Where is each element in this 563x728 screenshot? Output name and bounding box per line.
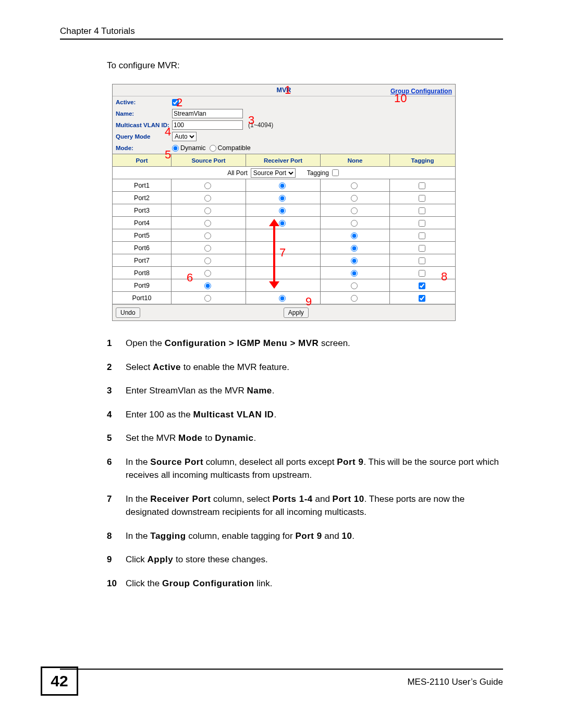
source-port-radio[interactable] bbox=[204, 220, 211, 227]
query-mode-select[interactable]: Auto bbox=[172, 132, 197, 141]
port-name: Port2 bbox=[113, 192, 172, 204]
receiver-port-radio[interactable] bbox=[279, 220, 286, 227]
table-row: Port5 bbox=[113, 229, 455, 242]
table-row: Port1 bbox=[113, 179, 455, 192]
step-number: 3 bbox=[107, 384, 126, 398]
ports-table: Port Source Port Receiver Port None Tagg… bbox=[113, 154, 455, 304]
step-number: 10 bbox=[107, 577, 126, 590]
none-radio[interactable] bbox=[351, 257, 358, 264]
list-item: 7In the Receiver Port column, select Por… bbox=[107, 492, 503, 519]
tagging-checkbox[interactable] bbox=[419, 282, 425, 289]
tagging-checkbox[interactable] bbox=[419, 195, 425, 202]
col-none: None bbox=[321, 154, 390, 167]
source-port-radio[interactable] bbox=[204, 270, 211, 277]
undo-button[interactable]: Undo bbox=[116, 307, 140, 318]
step-number: 5 bbox=[107, 431, 126, 445]
none-radio[interactable] bbox=[351, 245, 358, 252]
list-item: 4Enter 100 as the Multicast VLAN ID. bbox=[107, 408, 503, 422]
name-input[interactable] bbox=[172, 109, 243, 118]
none-radio[interactable] bbox=[351, 270, 358, 277]
receiver-port-radio[interactable] bbox=[279, 295, 286, 302]
tagging-checkbox[interactable] bbox=[419, 257, 425, 264]
step-text: Enter 100 as the Multicast VLAN ID. bbox=[126, 408, 503, 422]
port-name: Port9 bbox=[113, 279, 172, 292]
step-number: 4 bbox=[107, 408, 126, 422]
source-port-radio[interactable] bbox=[204, 182, 211, 189]
allport-label: All Port bbox=[227, 169, 248, 177]
source-port-radio[interactable] bbox=[204, 282, 211, 289]
none-radio[interactable] bbox=[351, 295, 358, 302]
step-text: Select Active to enable the MVR feature. bbox=[126, 361, 503, 374]
list-item: 3Enter StreamVlan as the MVR Name. bbox=[107, 384, 503, 398]
receiver-port-radio[interactable] bbox=[279, 182, 286, 189]
step-text: Click Apply to store these changes. bbox=[126, 553, 503, 566]
tagging-checkbox[interactable] bbox=[419, 295, 425, 302]
none-radio[interactable] bbox=[351, 232, 358, 239]
port-name: Port5 bbox=[113, 229, 172, 242]
tagging-checkbox[interactable] bbox=[419, 270, 425, 277]
tagging-checkbox[interactable] bbox=[419, 182, 425, 189]
list-item: 8In the Tagging column, enable tagging f… bbox=[107, 529, 503, 543]
port-name: Port7 bbox=[113, 254, 172, 267]
table-row: Port3 bbox=[113, 204, 455, 217]
step-text: Set the MVR Mode to Dynamic. bbox=[126, 431, 503, 445]
none-radio[interactable] bbox=[351, 282, 358, 289]
none-radio[interactable] bbox=[351, 182, 358, 189]
step-text: Enter StreamVlan as the MVR Name. bbox=[126, 384, 503, 398]
panel-title: MVR bbox=[277, 87, 291, 94]
port-name: Port3 bbox=[113, 204, 172, 217]
source-port-radio[interactable] bbox=[204, 207, 211, 214]
apply-button[interactable]: Apply bbox=[284, 307, 309, 318]
port-name: Port8 bbox=[113, 267, 172, 279]
label-active: Active: bbox=[116, 99, 172, 105]
group-configuration-link[interactable]: Group Configuration bbox=[390, 85, 452, 97]
port-name: Port4 bbox=[113, 217, 172, 229]
mvr-panel: MVR Group Configuration Active: Name: Mu… bbox=[112, 84, 456, 321]
mode-compatible-option[interactable]: Compatible bbox=[210, 144, 251, 152]
receiver-port-radio[interactable] bbox=[279, 195, 286, 202]
tagging-checkbox[interactable] bbox=[419, 232, 425, 239]
step-text: Click the Group Configuration link. bbox=[126, 577, 503, 590]
step-number: 1 bbox=[107, 337, 126, 350]
allport-tagging-label: Tagging bbox=[307, 169, 329, 177]
step-number: 8 bbox=[107, 529, 126, 543]
step-text: In the Receiver Port column, select Port… bbox=[126, 492, 503, 519]
list-item: 5Set the MVR Mode to Dynamic. bbox=[107, 431, 503, 445]
none-radio[interactable] bbox=[351, 220, 358, 227]
footer-rule bbox=[60, 669, 503, 670]
label-mode: Mode: bbox=[116, 145, 172, 151]
list-item: 6In the Source Port column, deselect all… bbox=[107, 455, 503, 482]
source-port-radio[interactable] bbox=[204, 245, 211, 252]
receiver-port-radio[interactable] bbox=[279, 207, 286, 214]
step-number: 2 bbox=[107, 361, 126, 374]
tagging-checkbox[interactable] bbox=[419, 207, 425, 214]
port-name: Port1 bbox=[113, 179, 172, 192]
table-row: Port8 bbox=[113, 267, 455, 279]
col-port: Port bbox=[113, 154, 172, 167]
allport-select[interactable]: Source Port bbox=[251, 168, 296, 178]
step-number: 9 bbox=[107, 553, 126, 566]
vlan-hint: (1~4094) bbox=[248, 121, 273, 129]
tagging-checkbox[interactable] bbox=[419, 220, 425, 227]
source-port-radio[interactable] bbox=[204, 232, 211, 239]
table-row: Port4 bbox=[113, 217, 455, 229]
page-number: 42 bbox=[41, 667, 78, 696]
port-name: Port6 bbox=[113, 242, 172, 254]
step-text: In the Source Port column, deselect all … bbox=[126, 455, 503, 482]
active-checkbox[interactable] bbox=[172, 99, 179, 106]
step-text: In the Tagging column, enable tagging fo… bbox=[126, 529, 503, 543]
mode-dynamic-option[interactable]: Dynamic bbox=[172, 144, 206, 152]
source-port-radio[interactable] bbox=[204, 257, 211, 264]
chapter-header: Chapter 4 Tutorials bbox=[60, 26, 503, 40]
vlan-id-input[interactable] bbox=[172, 120, 243, 130]
source-port-radio[interactable] bbox=[204, 295, 211, 302]
allport-tagging-checkbox[interactable] bbox=[332, 169, 339, 176]
intro-text: To configure MVR: bbox=[107, 60, 503, 71]
table-row: Port7 bbox=[113, 254, 455, 267]
source-port-radio[interactable] bbox=[204, 195, 211, 202]
none-radio[interactable] bbox=[351, 207, 358, 214]
guide-title: MES-2110 User’s Guide bbox=[407, 677, 503, 687]
col-receiver: Receiver Port bbox=[246, 154, 321, 167]
tagging-checkbox[interactable] bbox=[419, 245, 425, 252]
none-radio[interactable] bbox=[351, 195, 358, 202]
